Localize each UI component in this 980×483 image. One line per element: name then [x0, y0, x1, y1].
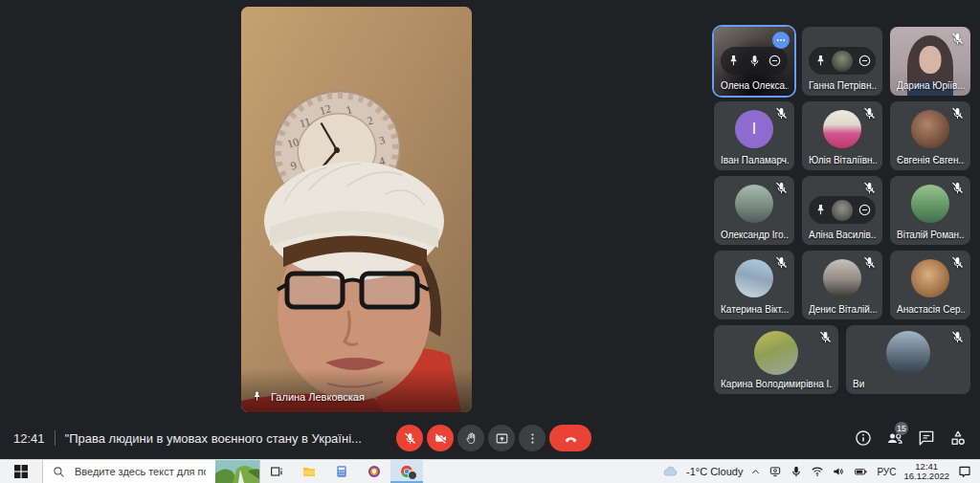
- participant-name: Олена Олекса...: [721, 80, 789, 91]
- pin-icon: [251, 390, 263, 403]
- taskbar-date: 16.12.2022: [903, 472, 949, 482]
- participant-tile-vitalii[interactable]: Віталій Роман...: [890, 176, 970, 245]
- avatar: [735, 259, 773, 297]
- raise-hand-button[interactable]: [457, 425, 484, 451]
- task-view-icon: [269, 464, 284, 479]
- pin-icon[interactable]: [726, 54, 741, 68]
- task-view-button[interactable]: [260, 460, 293, 483]
- taskbar-search[interactable]: [42, 460, 260, 483]
- main-video-tile[interactable]: 1212 345 678 91011: [241, 7, 472, 412]
- avatar-letter: І: [752, 121, 756, 138]
- participant-name: Іван Паламарч...: [721, 155, 789, 165]
- start-button[interactable]: [0, 460, 42, 483]
- participant-tile-denys[interactable]: Денис Віталій...: [802, 251, 882, 319]
- participants-button[interactable]: 15: [885, 428, 904, 448]
- windows-taskbar: -1°C Cloudy: [0, 459, 980, 483]
- volume-icon[interactable]: [832, 465, 845, 478]
- calculator-icon: [334, 464, 349, 479]
- remove-icon[interactable]: [768, 54, 782, 68]
- mic-off-icon: [403, 431, 417, 446]
- main-video-scene: 1212 345 678 91011: [241, 7, 472, 412]
- mic-off-icon: [862, 106, 877, 121]
- meeting-info: 12:41 "Права людини в умовах воєнного ст…: [13, 416, 362, 460]
- speaker-name: Галина Левковская: [271, 391, 365, 403]
- mic-off-icon: [774, 106, 789, 121]
- microphone-icon[interactable]: [790, 465, 803, 478]
- google-meet-window: 1212 345 678 91011: [0, 0, 980, 460]
- more-options-icon: [775, 34, 787, 46]
- participant-tile-olena[interactable]: Олена Олекса...: [714, 27, 794, 96]
- avatar: [832, 200, 853, 221]
- pin-icon[interactable]: [813, 54, 828, 68]
- remove-icon[interactable]: [858, 54, 872, 68]
- more-options-button[interactable]: [772, 32, 790, 49]
- chat-button[interactable]: [917, 428, 936, 448]
- participant-row: Олександр Іго... Аліна Василів... Віталі…: [714, 176, 970, 245]
- meeting-details-button[interactable]: [854, 428, 873, 448]
- pin-icon[interactable]: [813, 203, 828, 217]
- mic-off-icon: [774, 181, 789, 195]
- mic-off-icon: [950, 181, 965, 195]
- participant-name: Юлія Віталіївн...: [809, 155, 877, 165]
- participant-tile-hanna[interactable]: Ганна Петрівн...: [802, 27, 882, 96]
- remove-icon[interactable]: [858, 203, 872, 217]
- bing-daily-image[interactable]: [215, 460, 259, 483]
- participant-name: Аліна Василів...: [809, 230, 877, 240]
- call-controls: [396, 425, 591, 451]
- participant-name: Ганна Петрівн...: [809, 80, 877, 91]
- participant-tile-yevheniia[interactable]: Євгенія Євген...: [890, 101, 970, 170]
- system-tray: -1°C Cloudy: [662, 460, 980, 483]
- hidden-icons-chevron[interactable]: [750, 467, 761, 477]
- tile-hover-controls: [809, 196, 876, 224]
- mic-off-button[interactable]: [396, 425, 423, 451]
- participant-tile-yuliia[interactable]: Юлія Віталіївн...: [802, 101, 882, 170]
- mic-off-icon: [950, 330, 965, 344]
- file-explorer-button[interactable]: [293, 460, 325, 483]
- language-indicator[interactable]: РУС: [877, 467, 896, 477]
- search-input[interactable]: [73, 465, 208, 478]
- action-center-icon[interactable]: [957, 464, 972, 479]
- participant-tile-alina[interactable]: Аліна Василів...: [802, 176, 882, 245]
- mic-off-icon: [818, 330, 833, 344]
- chrome-profile-badge: [408, 471, 417, 480]
- participant-tile-kateryna[interactable]: Катерина Вікт...: [714, 251, 794, 319]
- participant-name: Дарина Юріїв...: [897, 80, 965, 91]
- mic-icon[interactable]: [747, 54, 762, 68]
- avast-browser-button[interactable]: [358, 460, 390, 483]
- taskbar-clock[interactable]: 12:41 16.12.2022: [903, 462, 949, 482]
- battery-icon[interactable]: [853, 465, 869, 478]
- participant-tile-daryna[interactable]: Дарина Юріїв...: [890, 27, 970, 96]
- activities-button[interactable]: [948, 428, 968, 448]
- participant-tile-oleksandr[interactable]: Олександр Іго...: [714, 176, 794, 245]
- more-options-button[interactable]: [519, 425, 546, 451]
- participant-tile-ivan[interactable]: І Іван Паламарч...: [714, 101, 794, 170]
- weather-text[interactable]: -1°C Cloudy: [686, 466, 743, 477]
- participant-grid: Олена Олекса... Ганна Петрівн...: [714, 27, 970, 394]
- screen: 1212 345 678 91011: [0, 0, 980, 483]
- participant-count-badge: 15: [895, 422, 908, 435]
- device-icon[interactable]: [768, 465, 782, 478]
- mic-off-icon: [862, 255, 877, 270]
- avatar: [832, 51, 853, 72]
- mic-off-icon: [862, 181, 877, 195]
- participant-name: Катерина Вікт...: [721, 304, 789, 315]
- camera-off-button[interactable]: [427, 425, 454, 451]
- mic-off-icon: [950, 32, 965, 46]
- participant-name: Денис Віталій...: [809, 304, 877, 315]
- main-speaker-label: Галина Левковская: [251, 390, 365, 403]
- participant-tile-anastasiia[interactable]: Анастасія Сер...: [890, 251, 970, 319]
- participant-tile-you[interactable]: Ви: [846, 325, 970, 394]
- network-icon[interactable]: [811, 465, 824, 478]
- mic-off-icon: [774, 255, 789, 270]
- avatar: І: [735, 110, 773, 148]
- avatar: [735, 185, 773, 223]
- calculator-button[interactable]: [325, 460, 358, 483]
- meeting-clock: 12:41: [13, 431, 45, 446]
- avast-browser-icon: [367, 464, 382, 479]
- end-call-button[interactable]: [549, 425, 591, 451]
- participant-name: Карина Володимирівна І...: [721, 379, 833, 389]
- weather-cloud-icon[interactable]: [662, 464, 679, 480]
- participant-tile-karyna[interactable]: Карина Володимирівна І...: [714, 325, 838, 394]
- present-screen-button[interactable]: [488, 425, 515, 451]
- chrome-button[interactable]: [390, 460, 423, 483]
